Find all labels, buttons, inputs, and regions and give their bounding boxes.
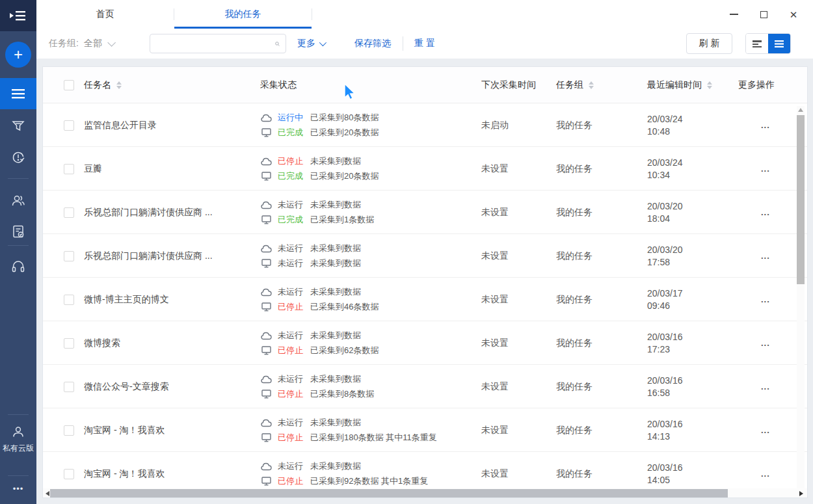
- edit-date: 20/03/20: [647, 201, 683, 211]
- tab-my-tasks[interactable]: 我的任务: [174, 0, 312, 29]
- column-header-task-name[interactable]: 任务名: [84, 79, 111, 91]
- local-status: 已完成: [278, 170, 304, 182]
- table-row[interactable]: 微博搜索 未运行 未采集到数据 已停: [43, 321, 807, 365]
- table-row[interactable]: 乐视总部门口躺满讨债供应商 ... 未运行 未采集到数据: [43, 191, 807, 234]
- maximize-button[interactable]: [758, 9, 769, 20]
- maximize-icon: [760, 11, 767, 18]
- column-header-edit-time[interactable]: 最近编辑时间: [647, 79, 702, 91]
- cloud-status: 未运行: [278, 373, 304, 385]
- row-checkbox[interactable]: [64, 295, 74, 305]
- filter-bar: 任务组: 全部 更多 保存筛选 重置 刷新: [36, 29, 813, 59]
- new-task-button[interactable]: +: [5, 42, 31, 68]
- cloud-status-line: 已停止 未采集到数据: [260, 155, 361, 167]
- row-more-button[interactable]: ...: [761, 382, 770, 391]
- vertical-scrollbar[interactable]: [797, 106, 805, 488]
- row-more-button[interactable]: ...: [761, 120, 770, 130]
- scroll-up-arrow[interactable]: [798, 108, 803, 112]
- sidebar-item-my-tasks[interactable]: [0, 78, 36, 109]
- task-name[interactable]: 微信公众号-文章搜索: [84, 381, 169, 393]
- table-row[interactable]: 微信公众号-文章搜索 未运行 未采集到数据: [43, 365, 807, 408]
- reset-button[interactable]: 重置: [414, 38, 438, 49]
- search-icon[interactable]: [275, 39, 280, 49]
- search-input[interactable]: [150, 35, 275, 52]
- menu-expand-button[interactable]: [0, 0, 36, 31]
- task-name[interactable]: 淘宝网 - 淘！我喜欢: [84, 425, 165, 436]
- sort-icon[interactable]: [707, 81, 712, 89]
- row-checkbox[interactable]: [64, 425, 74, 436]
- select-all-checkbox[interactable]: [64, 80, 74, 90]
- funnel-icon: [11, 119, 25, 133]
- vertical-scroll-thumb[interactable]: [797, 115, 805, 284]
- task-name[interactable]: 微博-博主主页的博文: [84, 294, 169, 306]
- task-group: 我的任务: [556, 250, 593, 262]
- compact-view-icon: [752, 40, 762, 48]
- task-name[interactable]: 乐视总部门口躺满讨债供应商 ...: [84, 207, 213, 219]
- close-button[interactable]: ✕: [788, 9, 799, 20]
- more-filters-label: 更多: [297, 38, 315, 49]
- row-checkbox[interactable]: [64, 207, 74, 218]
- scroll-left-arrow[interactable]: [46, 491, 49, 496]
- view-compact-button[interactable]: [746, 34, 768, 53]
- edit-time: 09:46: [647, 300, 670, 311]
- monitor-icon: [261, 128, 271, 137]
- row-checkbox[interactable]: [64, 382, 74, 392]
- row-checkbox[interactable]: [64, 251, 74, 261]
- chevron-down-icon[interactable]: [107, 38, 116, 47]
- edit-time: 10:48: [647, 126, 670, 137]
- task-name[interactable]: 豆瓣: [84, 163, 102, 175]
- view-list-button[interactable]: [768, 34, 790, 53]
- row-more-button[interactable]: ...: [761, 164, 770, 174]
- sidebar-item-data-extract[interactable]: [0, 111, 36, 142]
- horizontal-scroll-thumb[interactable]: [50, 489, 728, 497]
- row-more-button[interactable]: ...: [761, 251, 770, 261]
- row-more-button[interactable]: ...: [761, 425, 770, 435]
- sidebar-item-support[interactable]: [0, 251, 36, 282]
- cloud-status: 未运行: [278, 243, 304, 254]
- refresh-button[interactable]: 刷新: [686, 33, 732, 54]
- task-name[interactable]: 乐视总部门口躺满讨债供应商 ...: [84, 250, 213, 262]
- local-status-line: 已完成 已采集到20条数据: [260, 127, 379, 139]
- sort-icon[interactable]: [116, 81, 122, 89]
- table-row[interactable]: 监管信息公开目录 运行中 已采集到80条数据: [43, 103, 807, 147]
- table-row[interactable]: 乐视总部门口躺满讨债供应商 ... 未运行 未采集到数据: [43, 234, 807, 278]
- table-row[interactable]: 豆瓣 已停止 未采集到数据 已完成: [43, 147, 807, 191]
- row-more-button[interactable]: ...: [761, 469, 770, 479]
- scroll-right-arrow[interactable]: [799, 491, 803, 496]
- row-checkbox[interactable]: [64, 120, 74, 131]
- row-more-button[interactable]: ...: [761, 338, 770, 348]
- cloud-status-line: 未运行 未采集到数据: [260, 243, 361, 254]
- table-row[interactable]: 淘宝网 - 淘！我喜欢 未运行 未采集到数据: [43, 408, 807, 452]
- more-filters-button[interactable]: 更多: [297, 38, 325, 49]
- cloud-status-info: 未采集到数据: [310, 243, 361, 254]
- tab-home[interactable]: 首页: [36, 0, 174, 29]
- table-row[interactable]: 微博-博主主页的博文 未运行 未采集到数据: [43, 278, 807, 321]
- task-table-panel: 任务名 采集状态 下次采集时间 任务组 最近编辑时间 更多操作 监管信息公开目录: [42, 66, 808, 498]
- minimize-button[interactable]: [728, 9, 739, 20]
- sidebar-item-timed-tasks[interactable]: [0, 142, 36, 173]
- column-header-group[interactable]: 任务组: [556, 79, 583, 91]
- task-name[interactable]: 监管信息公开目录: [84, 120, 157, 131]
- cloud-status: 未运行: [278, 417, 304, 429]
- sidebar-item-task-report[interactable]: [0, 216, 36, 247]
- task-name[interactable]: 淘宝网 - 淘！我喜欢: [84, 468, 165, 480]
- local-status: 已停止: [278, 345, 304, 356]
- row-more-button[interactable]: ...: [761, 295, 770, 304]
- horizontal-scrollbar[interactable]: [43, 488, 807, 498]
- sort-icon[interactable]: [589, 81, 594, 89]
- task-group-value[interactable]: 全部: [84, 38, 102, 49]
- sidebar-more-button[interactable]: •••: [0, 484, 36, 494]
- task-name[interactable]: 微博搜索: [84, 338, 120, 349]
- row-more-button[interactable]: ...: [761, 207, 770, 217]
- task-group: 我的任务: [556, 468, 593, 480]
- local-status-line: 已停止 已采集到46条数据: [260, 301, 379, 313]
- row-checkbox[interactable]: [64, 164, 74, 174]
- sidebar-item-team[interactable]: [0, 185, 36, 216]
- cloud-status-info: 未采集到数据: [310, 373, 361, 385]
- cloud-status-line: 未运行 未采集到数据: [260, 417, 361, 429]
- row-checkbox[interactable]: [64, 469, 74, 479]
- row-checkbox[interactable]: [64, 338, 74, 349]
- sidebar-item-account[interactable]: [0, 419, 36, 445]
- edit-time: 18:04: [647, 213, 670, 224]
- task-group: 我的任务: [556, 338, 593, 349]
- save-filter-button[interactable]: 保存筛选: [354, 38, 391, 49]
